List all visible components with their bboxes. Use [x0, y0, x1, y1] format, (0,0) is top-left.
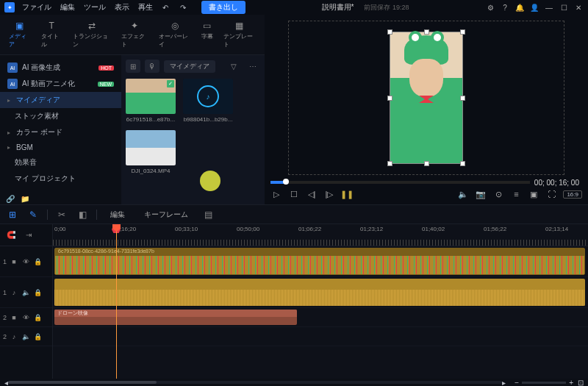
sidebar-ai-anim[interactable]: AIAI 動画アニメ化NEW [0, 76, 121, 92]
resize-handle[interactable] [424, 161, 429, 166]
playhead[interactable] [116, 224, 117, 379]
eye-icon[interactable]: 👁 [21, 258, 30, 265]
video-clip[interactable]: 6c791518-08cc-4286-91e4-7331fe3de87b [54, 248, 585, 275]
menu-tool[interactable]: ツール [84, 2, 106, 12]
lock-icon[interactable]: 🔒 [33, 258, 42, 265]
zoom-fit-icon[interactable]: ⊡ [578, 379, 584, 387]
stop-button[interactable]: ☐ [288, 188, 300, 200]
record-button[interactable]: 🎙 [145, 60, 159, 73]
filter-icon[interactable]: ▽ [226, 60, 241, 73]
pause-icon[interactable]: ❚❚ [341, 188, 353, 200]
zoom-in-icon[interactable]: + [569, 379, 573, 387]
properties-icon[interactable]: ▤ [201, 208, 215, 221]
magnet-icon[interactable]: 🧲 [4, 229, 18, 242]
minimize-icon[interactable]: — [544, 2, 554, 12]
edit-button[interactable]: 編集 [104, 208, 131, 221]
link-icon[interactable]: 🔗 [6, 195, 15, 203]
fullscreen-icon[interactable]: ⛶ [545, 188, 557, 200]
undo-icon[interactable]: ↶ [160, 2, 171, 12]
compare-icon[interactable]: ≡ [510, 188, 522, 200]
sidebar-sfx[interactable]: 効果音 [0, 154, 121, 171]
folder-icon[interactable]: 📁 [21, 195, 29, 203]
mute-icon[interactable]: 🔈 [21, 289, 30, 296]
volume-icon[interactable]: 🔈 [457, 188, 469, 200]
tab-effect[interactable]: ✦エフェクト [117, 18, 153, 51]
play-button[interactable]: ▷ [270, 188, 282, 200]
timeline-ruler[interactable]: 0;00 00;16;20 00;33;10 00;50;00 01;06;22… [53, 224, 588, 246]
aspect-ratio[interactable]: 16:9 [563, 190, 582, 199]
lock-icon[interactable]: 🔒 [33, 314, 42, 321]
redo-icon[interactable]: ↷ [178, 2, 188, 12]
tab-template[interactable]: ▦テンプレート [219, 18, 260, 51]
user-icon[interactable]: 👤 [529, 2, 539, 12]
sidebar-ai-image[interactable]: AIAI 画像生成HOT [0, 60, 121, 76]
sidebar-my-media[interactable]: ▸マイメディア [0, 92, 121, 108]
tab-subtitle[interactable]: ▭字幕 [197, 18, 218, 51]
audio-track[interactable] [53, 327, 588, 346]
scroll-right-icon[interactable]: ▸ [502, 379, 506, 387]
sidebar-bgm[interactable]: ▸BGM [0, 140, 121, 154]
media-thumb[interactable]: ✓ 6c791518...e87b... [126, 79, 176, 123]
snapshot-icon[interactable]: 📷 [475, 188, 487, 200]
cut-icon[interactable]: ✂ [55, 208, 68, 221]
menu-view[interactable]: 表示 [115, 2, 129, 12]
settings-icon[interactable]: ⚙ [485, 2, 495, 12]
zoom-out-icon[interactable]: − [514, 379, 519, 387]
resize-handle[interactable] [387, 29, 392, 35]
resize-handle[interactable] [460, 29, 465, 35]
close-icon[interactable]: ✕ [573, 2, 584, 12]
lock-icon[interactable]: 🔒 [33, 333, 42, 340]
pen-icon[interactable]: ✎ [26, 208, 40, 221]
export-button[interactable]: 書き出し [201, 1, 245, 14]
video-track[interactable]: 6c791518-08cc-4286-91e4-7331fe3de87b [53, 246, 588, 277]
import-add-button[interactable]: ⊞ [126, 60, 140, 73]
menu-file[interactable]: ファイル [22, 2, 51, 12]
link-toggle-icon[interactable]: ⇥ [22, 229, 35, 242]
more-icon[interactable]: ⋯ [245, 60, 260, 73]
sidebar-color-board[interactable]: ▸カラー ボード [0, 124, 121, 140]
tab-transition[interactable]: ⇄トランジション [68, 18, 115, 51]
track-header[interactable]: 1♪🔈🔒 [0, 277, 52, 308]
video-clip[interactable]: ドローン映像 [54, 310, 297, 325]
tab-overlay[interactable]: ◎オーバーレイ [154, 18, 196, 51]
sidebar-my-project[interactable]: マイ プロジェクト [0, 171, 121, 187]
video-track[interactable]: ドローン映像 [53, 308, 588, 327]
track-header[interactable]: 2♪🔈🔒 [0, 327, 52, 346]
sidebar-stock[interactable]: ストック素材 [0, 108, 121, 124]
resize-handle[interactable] [387, 96, 392, 101]
help-icon[interactable]: ? [500, 2, 510, 12]
preview-stage[interactable] [288, 21, 564, 175]
resize-handle[interactable] [460, 161, 465, 166]
preview-scrubber[interactable] [270, 181, 530, 184]
menu-edit[interactable]: 編集 [60, 2, 75, 12]
quality-icon[interactable]: ⊙ [492, 188, 504, 200]
zoom-slider[interactable] [522, 382, 566, 384]
menu-play[interactable]: 再生 [138, 2, 153, 12]
tab-media[interactable]: ▣メディア [4, 18, 35, 51]
audio-clip[interactable] [54, 279, 585, 306]
track-header[interactable]: 1■👁🔒 [0, 246, 52, 277]
scrub-knob[interactable] [283, 179, 289, 185]
add-track-icon[interactable]: ⊞ [6, 208, 19, 221]
resize-handle[interactable] [460, 96, 465, 101]
next-frame-button[interactable]: |▷ [323, 188, 335, 200]
media-thumb[interactable]: DJI_0324.MP4 [126, 130, 176, 174]
tab-title[interactable]: Tタイトル [37, 18, 68, 51]
maximize-icon[interactable]: ☐ [559, 2, 569, 12]
timeline-scrollbar[interactable] [8, 381, 502, 384]
resize-handle[interactable] [424, 29, 429, 35]
prev-frame-button[interactable]: ◁| [306, 188, 318, 200]
mute-icon[interactable]: 🔈 [21, 333, 30, 340]
track-header[interactable]: 2■👁🔒 [0, 308, 52, 327]
media-filter-dropdown[interactable]: マイメディア [164, 60, 215, 73]
audio-track[interactable] [53, 277, 588, 308]
crop-icon[interactable]: ▣ [528, 188, 539, 200]
crop-tool-icon[interactable]: ◧ [76, 208, 89, 221]
video-frame[interactable] [390, 32, 463, 164]
eye-icon[interactable]: 👁 [21, 314, 30, 321]
lock-icon[interactable]: 🔒 [33, 289, 42, 296]
resize-handle[interactable] [387, 161, 392, 166]
bell-icon[interactable]: 🔔 [514, 2, 525, 12]
scrollbar-thumb[interactable] [8, 381, 157, 384]
keyframe-button[interactable]: キーフレーム [138, 208, 194, 221]
